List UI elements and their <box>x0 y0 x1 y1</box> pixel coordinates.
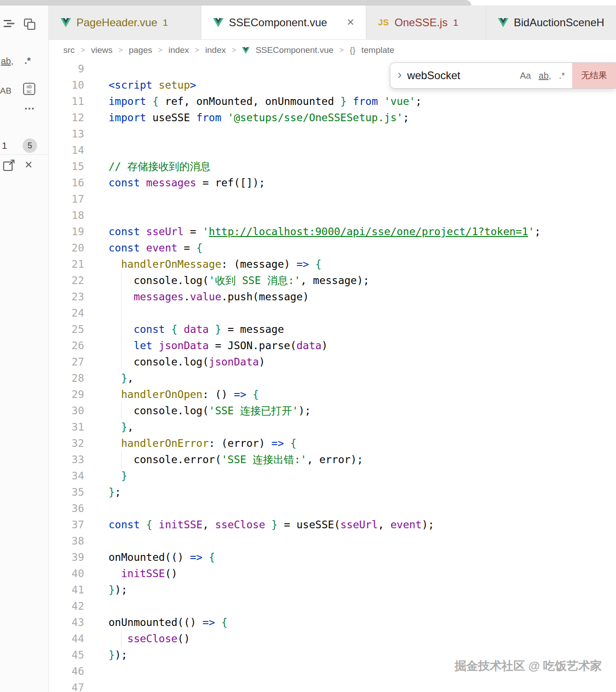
code-line[interactable]: 39onMounted(() => { <box>49 549 616 565</box>
tab-ssecomponent[interactable]: SSEComponent.vue × <box>201 5 366 39</box>
code-line[interactable]: 35}; <box>49 484 616 500</box>
code-line[interactable]: 33 console.error('SSE 连接出错:', error); <box>49 451 616 468</box>
code-line[interactable]: 30 console.log('SSE 连接已打开'); <box>49 403 616 419</box>
line-number[interactable]: 18 <box>49 207 84 223</box>
tab-bidauctionscene[interactable]: BidAuctionSceneH <box>486 5 616 39</box>
code-line[interactable]: 22 console.log('收到 SSE 消息:', message); <box>49 272 616 289</box>
line-number[interactable]: 38 <box>49 533 84 549</box>
whole-words-icon[interactable]: ab, <box>1 56 14 66</box>
line-number[interactable]: 23 <box>49 289 84 305</box>
code-line[interactable]: 27 console.log(jsonData) <box>49 354 616 370</box>
code-line[interactable]: 41}); <box>49 582 616 598</box>
regex-icon[interactable]: .* <box>24 55 31 66</box>
code-line[interactable]: 17 <box>49 191 616 207</box>
breadcrumb-item[interactable]: index <box>168 45 189 55</box>
line-number[interactable]: 30 <box>49 403 84 419</box>
tab-pageheader[interactable]: PageHeader.vue 1 <box>49 5 201 39</box>
code-line[interactable]: 25 const { data } = message <box>49 321 616 337</box>
line-number[interactable]: 33 <box>49 451 84 468</box>
code-line[interactable]: 34 } <box>49 468 616 484</box>
code-area[interactable]: 910<script setup>11import { ref, onMount… <box>49 61 616 692</box>
line-number[interactable]: 44 <box>49 630 84 647</box>
line-number[interactable]: 17 <box>49 191 84 207</box>
line-number[interactable]: 12 <box>49 109 84 126</box>
tab-onesse[interactable]: JS OneSSE.js 1 <box>366 5 486 39</box>
line-number[interactable]: 39 <box>49 549 84 565</box>
line-number[interactable]: 10 <box>49 77 84 93</box>
line-number[interactable]: 32 <box>49 435 84 451</box>
code-line[interactable]: 40 initSSE() <box>49 565 616 582</box>
code-line[interactable]: 32 handlerOnError: (error) => { <box>49 435 616 451</box>
breadcrumb-file[interactable]: SSEComponent.vue <box>256 45 333 55</box>
line-number[interactable]: 45 <box>49 647 84 663</box>
line-number[interactable]: 20 <box>49 240 84 256</box>
open-in-editor-icon[interactable] <box>3 159 15 173</box>
line-number[interactable]: 25 <box>49 321 84 337</box>
breadcrumb-item[interactable]: index <box>205 45 226 55</box>
code-line[interactable]: 20const event = { <box>49 240 616 256</box>
line-number[interactable]: 24 <box>49 305 84 321</box>
code-line[interactable]: 11import { ref, onMounted, onUnmounted }… <box>49 93 616 109</box>
whole-words-icon[interactable]: ab, <box>539 71 551 81</box>
copy-icon[interactable] <box>24 18 36 32</box>
code-line[interactable]: 14 <box>49 142 616 158</box>
match-case-icon[interactable]: Aa <box>520 71 531 81</box>
search-query-input[interactable]: webSocket <box>407 69 460 82</box>
line-number[interactable]: 47 <box>49 679 84 692</box>
code-line[interactable]: 19const sseUrl = 'http://localhost:9000/… <box>49 223 616 240</box>
line-number[interactable]: 22 <box>49 272 84 289</box>
line-number[interactable]: 11 <box>49 93 84 109</box>
preserve-case-icon[interactable]: abac <box>23 82 36 97</box>
line-number[interactable]: 41 <box>49 582 84 598</box>
expand-chevron-icon[interactable]: › <box>390 68 407 83</box>
code-line[interactable]: 42 <box>49 598 616 614</box>
line-number[interactable]: 36 <box>49 500 84 517</box>
line-number[interactable]: 26 <box>49 337 84 354</box>
line-number[interactable]: 43 <box>49 614 84 630</box>
code-line[interactable]: 44 sseClose() <box>49 630 616 647</box>
breadcrumb-item[interactable]: views <box>91 45 113 55</box>
line-number[interactable]: 15 <box>49 158 84 175</box>
code-line[interactable]: 24 <box>49 305 616 321</box>
line-number[interactable]: 28 <box>49 370 84 386</box>
code-line[interactable]: 21 handlerOnMessage: (message) => { <box>49 256 616 272</box>
code-line[interactable]: 28 }, <box>49 370 616 386</box>
code-line[interactable]: 16const messages = ref([]); <box>49 175 616 191</box>
code-line[interactable]: 15// 存储接收到的消息 <box>49 158 616 175</box>
line-number[interactable]: 9 <box>49 61 84 77</box>
close-icon[interactable]: ✕ <box>24 159 33 171</box>
line-number[interactable]: 40 <box>49 565 84 582</box>
line-number[interactable]: 21 <box>49 256 84 272</box>
structure-icon[interactable] <box>4 19 14 30</box>
line-number[interactable]: 34 <box>49 468 84 484</box>
close-tab-icon[interactable]: × <box>347 16 354 28</box>
line-number[interactable]: 13 <box>49 126 84 142</box>
code-line[interactable]: 38 <box>49 533 616 549</box>
line-number[interactable]: 37 <box>49 517 84 533</box>
line-number[interactable]: 42 <box>49 598 84 614</box>
code-line[interactable]: 47 <box>49 679 616 692</box>
code-line[interactable]: 31 }, <box>49 419 616 435</box>
line-number[interactable]: 46 <box>49 663 84 679</box>
line-number[interactable]: 14 <box>49 142 84 158</box>
line-number[interactable]: 19 <box>49 223 84 240</box>
breadcrumb-item[interactable]: src <box>63 45 75 55</box>
code-line[interactable]: 23 messages.value.push(message) <box>49 289 616 305</box>
code-line[interactable]: 45}); <box>49 647 616 663</box>
line-number[interactable]: 27 <box>49 354 84 370</box>
code-line[interactable]: 18 <box>49 207 616 223</box>
code-line[interactable]: 12import useSSE from '@setups/sse/OneSSE… <box>49 109 616 126</box>
line-number[interactable]: 35 <box>49 484 84 500</box>
code-line[interactable]: 46 <box>49 663 616 679</box>
code-line[interactable]: 29 handlerOnOpen: () => { <box>49 386 616 403</box>
regex-icon[interactable]: .* <box>559 71 565 81</box>
code-line[interactable]: 37const { initSSE, sseClose } = useSSE(s… <box>49 517 616 533</box>
code-line[interactable]: 26 let jsonData = JSON.parse(data) <box>49 337 616 354</box>
line-number[interactable]: 16 <box>49 175 84 191</box>
code-line[interactable]: 36 <box>49 500 616 517</box>
line-number[interactable]: 29 <box>49 386 84 403</box>
breadcrumb-section[interactable]: template <box>361 45 394 55</box>
more-options-icon[interactable]: ... <box>24 100 35 112</box>
code-line[interactable]: 43onUnmounted(() => { <box>49 614 616 630</box>
breadcrumb-item[interactable]: pages <box>129 45 152 55</box>
